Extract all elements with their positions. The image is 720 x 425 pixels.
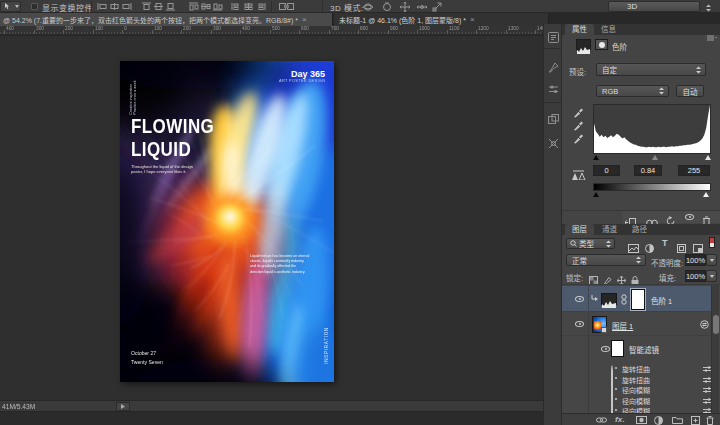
3d-drag-icon[interactable]: [400, 2, 411, 11]
smart-filter-name[interactable]: 径向模糊: [622, 385, 650, 395]
align-vertical-centers-icon[interactable]: [153, 2, 164, 11]
distribute-bottom-icon[interactable]: [212, 2, 223, 11]
delete-layer-icon[interactable]: [706, 416, 714, 425]
tab-channels[interactable]: 通道: [595, 224, 624, 235]
opacity-value[interactable]: 100%: [685, 254, 706, 266]
3d-slide-icon[interactable]: [417, 2, 428, 11]
gamma-slider[interactable]: [652, 155, 658, 160]
close-icon[interactable]: ×: [470, 15, 475, 24]
smart-filter-row[interactable]: 旋转扭曲: [562, 363, 711, 374]
brush-panel-icon[interactable]: [547, 60, 560, 73]
poster-side-text: Creative inspiration Practice once a wee…: [129, 80, 137, 114]
tab-properties[interactable]: 属性: [565, 24, 594, 35]
smart-filter-row[interactable]: 径向模糊: [562, 384, 711, 395]
distribute-vertical-centers-icon[interactable]: [200, 2, 211, 11]
brush-settings-panel-icon[interactable]: [547, 82, 560, 95]
panel-menu-icon[interactable]: [707, 27, 717, 33]
fill-value[interactable]: 100%: [685, 270, 706, 282]
align-bottom-edges-icon[interactable]: [165, 2, 176, 11]
new-group-icon[interactable]: [672, 416, 683, 424]
output-black-slider[interactable]: [593, 192, 599, 197]
layers-scrollbar[interactable]: [711, 285, 719, 413]
levels-histogram[interactable]: [593, 104, 711, 154]
distribute-top-icon[interactable]: [188, 2, 199, 11]
visibility-eye-icon[interactable]: [685, 214, 694, 220]
output-white-slider[interactable]: [703, 192, 709, 197]
layer-name[interactable]: 图层 1: [612, 320, 633, 331]
status-expand-button[interactable]: [116, 402, 130, 411]
layers-footer: fx.: [562, 413, 720, 425]
add-layer-mask-icon[interactable]: [636, 416, 647, 424]
tool-preset-dropdown[interactable]: [0, 1, 21, 12]
visibility-eye-icon[interactable]: [575, 296, 584, 302]
smart-filters-badge-icon[interactable]: [700, 320, 709, 329]
smart-filter-row[interactable]: 径向模糊: [562, 395, 711, 406]
workspace-select[interactable]: 3D: [608, 1, 700, 12]
3d-rotate-icon[interactable]: [363, 2, 374, 11]
ruler-tick: [270, 30, 271, 34]
adjustment-layer-thumbnail[interactable]: [601, 293, 617, 305]
new-adjustment-layer-icon[interactable]: [654, 416, 663, 425]
channel-select[interactable]: RGB: [596, 85, 669, 97]
visibility-eye-icon[interactable]: [601, 346, 610, 352]
smart-filter-name[interactable]: 径向模糊: [622, 406, 650, 413]
preset-select[interactable]: 自定: [596, 63, 706, 76]
visibility-eye-icon[interactable]: [575, 321, 584, 327]
clone-source-panel-icon[interactable]: [547, 112, 560, 125]
show-transform-checkbox[interactable]: [31, 3, 38, 10]
smart-filters-row[interactable]: 智能滤镜: [562, 336, 711, 362]
white-point-eyedropper-icon[interactable]: [573, 130, 584, 148]
black-point-slider[interactable]: [593, 155, 599, 160]
tab-paths[interactable]: 路径: [625, 224, 654, 235]
link-layers-icon[interactable]: [596, 417, 607, 423]
adjustment-layer-filter-icon[interactable]: [645, 239, 654, 257]
tab-info[interactable]: 信息: [594, 24, 623, 35]
auto-button[interactable]: 自动: [676, 85, 704, 97]
type-layer-filter-icon[interactable]: T: [662, 238, 668, 248]
layer-style-icon[interactable]: fx.: [615, 415, 624, 424]
distribute-left-icon[interactable]: [231, 2, 242, 11]
smart-filter-name[interactable]: 旋转扭曲: [622, 364, 650, 374]
scrollbar-thumb[interactable]: [713, 315, 719, 334]
layer-filter-toggle[interactable]: [709, 237, 715, 248]
align-top-edges-icon[interactable]: [141, 2, 152, 11]
poster-document[interactable]: Creative inspiration Practice once a wee…: [120, 61, 334, 382]
layer-row-smart-object[interactable]: 图层 1: [562, 313, 711, 336]
3d-roll-icon[interactable]: [382, 2, 393, 11]
blend-mode-select[interactable]: 正常: [566, 254, 646, 266]
smart-filter-row[interactable]: 旋转扭曲: [562, 374, 711, 385]
tab-layers[interactable]: 图层: [565, 224, 594, 235]
poster-day-label: Day 365 ART POSTER DESIGN: [254, 69, 325, 85]
smart-filter-name[interactable]: 径向模糊: [622, 396, 650, 406]
white-point-slider[interactable]: [705, 155, 711, 160]
layer-name[interactable]: 色阶 1: [651, 295, 672, 306]
timeline-panel-icon[interactable]: [547, 136, 560, 149]
3d-scale-icon[interactable]: [432, 2, 443, 11]
white-input-value[interactable]: 255: [678, 165, 710, 176]
align-horizontal-centers-icon[interactable]: [109, 2, 120, 11]
distribute-horizontal-centers-icon[interactable]: [243, 2, 254, 11]
history-panel-icon[interactable]: [547, 30, 560, 43]
gamma-input-value[interactable]: 0.84: [634, 165, 662, 176]
layer-mask-thumbnail[interactable]: [631, 289, 645, 310]
canvas-area[interactable]: Creative inspiration Practice once a wee…: [0, 36, 543, 400]
layer-filter-type-select[interactable]: 类型: [566, 238, 615, 249]
close-icon[interactable]: ×: [302, 15, 307, 24]
black-input-value[interactable]: 0: [593, 165, 620, 176]
align-left-edges-icon[interactable]: [97, 2, 108, 11]
document-tab-active[interactable]: 未标题-1 @ 46.1% (色阶 1, 图层蒙版/8) * ×: [334, 13, 549, 26]
layer-row-levels[interactable]: 色阶 1: [562, 286, 711, 312]
smart-filter-row[interactable]: 径向模糊: [562, 405, 711, 413]
layer-thumbnail[interactable]: [592, 316, 607, 333]
fill-dropdown-button[interactable]: [706, 270, 717, 282]
new-layer-icon[interactable]: [691, 416, 700, 425]
opacity-dropdown-button[interactable]: [706, 254, 717, 266]
mask-link-icon[interactable]: [621, 294, 627, 305]
output-levels-gradient[interactable]: [593, 183, 711, 191]
distribute-right-icon[interactable]: [255, 2, 266, 11]
filter-mask-thumbnail[interactable]: [611, 340, 624, 357]
auto-align-layers-icon[interactable]: [279, 2, 295, 11]
document-tab-inactive[interactable]: @ 54.2% (7.重要的一步来了，双击红色箭头处的两个按钮，把两个模式都选择…: [0, 13, 333, 26]
align-right-edges-icon[interactable]: [121, 2, 132, 11]
smart-filter-name[interactable]: 旋转扭曲: [622, 375, 650, 385]
